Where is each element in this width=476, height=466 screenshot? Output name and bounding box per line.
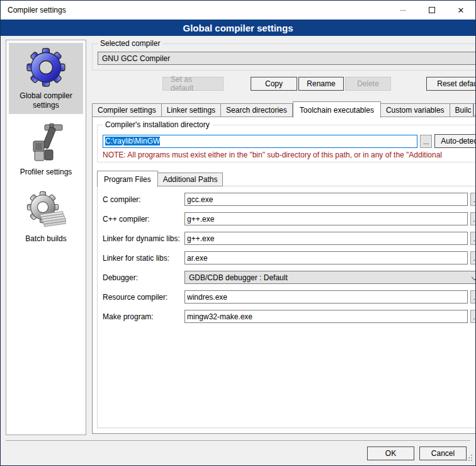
maximize-icon xyxy=(429,7,435,13)
tab-build-options[interactable]: Builc xyxy=(450,103,473,117)
installation-directory-value: C:\raylib\MinGW xyxy=(105,137,160,145)
compiler-select-value: GNU GCC Compiler xyxy=(102,54,170,63)
tab-toolchain-executables[interactable]: Toolchain executables xyxy=(293,101,381,118)
blue-gear-icon xyxy=(26,47,66,88)
cpp-compiler-input[interactable]: g++.exe xyxy=(184,212,468,225)
installation-directory-note: NOTE: All programs must exist either in … xyxy=(103,151,475,159)
close-button[interactable]: ✕ xyxy=(446,1,475,20)
static-linker-label: Linker for static libs: xyxy=(103,254,184,263)
debugger-select[interactable]: GDB/CDB debugger : Default xyxy=(184,271,475,284)
cpp-compiler-row: C++ compiler: g++.exe ... xyxy=(103,212,475,225)
maximize-button[interactable] xyxy=(417,1,446,20)
tab-scroll-left-button[interactable]: ◀ xyxy=(473,103,475,116)
tab-program-files[interactable]: Program Files xyxy=(97,171,158,187)
debugger-select-value: GDB/CDB debugger : Default xyxy=(189,273,288,282)
reset-defaults-button[interactable]: Reset defaults xyxy=(426,77,475,91)
dialog-body: Global compiler settings xyxy=(1,36,475,440)
selected-compiler-group-label: Selected compiler xyxy=(98,39,162,48)
tab-additional-paths[interactable]: Additional Paths xyxy=(158,173,224,186)
installation-directory-row: C:\raylib\MinGW ... Auto-detect xyxy=(103,134,475,148)
dynamic-linker-input[interactable]: g++.exe xyxy=(184,232,468,245)
dynamic-linker-row: Linker for dynamic libs: g++.exe ... xyxy=(103,232,475,245)
close-icon: ✕ xyxy=(458,6,465,14)
installation-directory-group: Compiler's installation directory C:\ray… xyxy=(97,125,475,162)
cpp-compiler-label: C++ compiler: xyxy=(103,215,184,224)
batch-builds-gear-icon xyxy=(26,190,66,230)
delete-button: Delete xyxy=(345,77,391,91)
settings-tabstrip: Compiler settings Linker settings Search… xyxy=(92,101,475,117)
c-compiler-row: C compiler: gcc.exe ... xyxy=(103,193,475,206)
program-tabstrip: Program Files Additional Paths xyxy=(97,171,475,186)
minimize-button[interactable] xyxy=(388,1,417,20)
titlebar: Compiler settings ✕ xyxy=(1,1,475,20)
sidebar-item-label: Profiler settings xyxy=(20,168,72,177)
main-panel: Selected compiler GNU GCC Compiler Set a… xyxy=(92,40,475,435)
sidebar-item-label: Global compiler settings xyxy=(10,91,82,110)
make-program-input[interactable]: mingw32-make.exe xyxy=(184,310,468,323)
c-compiler-label: C compiler: xyxy=(103,195,184,204)
resource-compiler-browse-button[interactable]: ... xyxy=(470,290,475,304)
make-program-label: Make program: xyxy=(103,312,184,321)
resource-compiler-row: Resource compiler: windres.exe ... xyxy=(103,290,475,304)
tab-custom-variables[interactable]: Custom variables xyxy=(381,103,450,117)
tab-compiler-settings[interactable]: Compiler settings xyxy=(92,103,162,117)
tab-scroll-arrows: ◀ ▶ xyxy=(473,103,475,116)
ok-button[interactable]: OK xyxy=(367,446,414,460)
minimize-icon xyxy=(400,10,406,11)
compiler-select[interactable]: GNU GCC Compiler xyxy=(98,52,475,65)
copy-button[interactable]: Copy xyxy=(251,77,297,91)
c-compiler-browse-button[interactable]: ... xyxy=(470,193,475,206)
sidebar-item-label: Batch builds xyxy=(25,234,66,244)
c-compiler-input[interactable]: gcc.exe xyxy=(184,193,468,206)
make-program-browse-button[interactable]: ... xyxy=(470,310,475,323)
sidebar-item-batch-builds[interactable]: Batch builds xyxy=(9,186,83,247)
profiler-caliper-icon xyxy=(26,123,66,164)
installation-directory-group-label: Compiler's installation directory xyxy=(103,120,212,129)
dialog-footer: OK Cancel xyxy=(6,440,470,465)
sidebar-item-global-compiler-settings[interactable]: Global compiler settings xyxy=(9,43,83,114)
resize-grip[interactable] xyxy=(466,453,473,464)
selected-compiler-group: Selected compiler GNU GCC Compiler xyxy=(92,43,475,71)
window-title: Compiler settings xyxy=(1,6,66,14)
resource-compiler-input[interactable]: windres.exe xyxy=(184,290,468,304)
rename-button[interactable]: Rename xyxy=(298,77,344,91)
installation-directory-browse-button[interactable]: ... xyxy=(420,135,432,148)
static-linker-input[interactable]: ar.exe xyxy=(184,251,468,264)
resource-compiler-label: Resource compiler: xyxy=(103,293,184,302)
sidebar-item-profiler-settings[interactable]: Profiler settings xyxy=(9,119,83,181)
cancel-button[interactable]: Cancel xyxy=(419,446,467,460)
dynamic-linker-label: Linker for dynamic libs: xyxy=(103,234,184,243)
program-files-panel: C compiler: gcc.exe ... C++ compiler: g+… xyxy=(97,186,475,428)
settings-sidebar: Global compiler settings xyxy=(6,40,86,435)
compiler-buttons-row: Set as default Copy Rename Delete Reset … xyxy=(92,77,475,91)
debugger-label: Debugger: xyxy=(103,273,184,282)
cpp-compiler-browse-button[interactable]: ... xyxy=(470,212,475,225)
make-program-row: Make program: mingw32-make.exe ... xyxy=(103,310,475,323)
tab-search-directories[interactable]: Search directories xyxy=(221,103,293,117)
auto-detect-button[interactable]: Auto-detect xyxy=(434,134,475,148)
window-controls: ✕ xyxy=(388,1,475,20)
page-title: Global compiler settings xyxy=(1,20,475,36)
tab-linker-settings[interactable]: Linker settings xyxy=(162,103,221,117)
dynamic-linker-browse-button[interactable]: ... xyxy=(470,232,475,245)
chevron-down-icon xyxy=(471,275,475,280)
toolchain-executables-page: Compiler's installation directory C:\ray… xyxy=(92,116,475,434)
static-linker-browse-button[interactable]: ... xyxy=(470,251,475,264)
set-as-default-button: Set as default xyxy=(162,77,224,91)
compiler-settings-dialog: Compiler settings ✕ Global compiler sett… xyxy=(0,0,476,466)
installation-directory-input[interactable]: C:\raylib\MinGW xyxy=(103,135,417,148)
debugger-row: Debugger: GDB/CDB debugger : Default xyxy=(103,271,475,284)
static-linker-row: Linker for static libs: ar.exe ... xyxy=(103,251,475,264)
